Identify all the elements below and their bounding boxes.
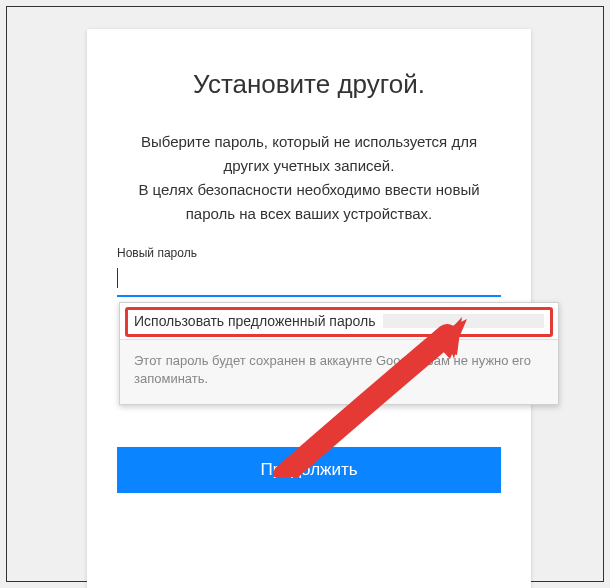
suggested-password-note: Этот пароль будет сохранен в аккаунте Go… (120, 340, 558, 404)
use-suggested-password-label: Использовать предложенный пароль (134, 313, 375, 329)
suggested-password-popup: Использовать предложенный пароль Этот па… (119, 302, 559, 405)
instructions-line-1: Выберите пароль, который не используется… (141, 133, 477, 174)
new-password-input[interactable] (117, 266, 501, 297)
use-suggested-password-row[interactable]: Использовать предложенный пароль (120, 303, 558, 340)
page-title: Установите другой. (117, 69, 501, 100)
password-input-wrapper (117, 266, 501, 297)
continue-button[interactable]: Продолжить (117, 447, 501, 493)
instructions: Выберите пароль, который не используется… (117, 130, 501, 226)
new-password-label: Новый пароль (117, 246, 501, 260)
text-cursor (117, 268, 118, 288)
suggested-password-mask (383, 314, 544, 328)
outer-frame: Установите другой. Выберите пароль, кото… (6, 6, 604, 582)
instructions-line-2: В целях безопасности необходимо ввести н… (138, 181, 479, 222)
